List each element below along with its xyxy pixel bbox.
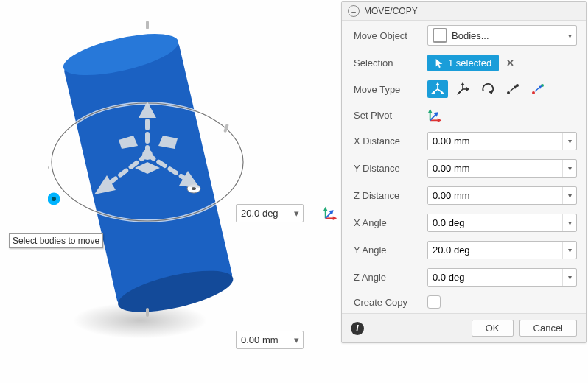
dropdown-caret-icon[interactable]: ▾ [562, 187, 576, 204]
edge-marker [48, 161, 49, 169]
label-move-object: Move Object [354, 30, 421, 41]
floating-distance-input[interactable]: ▾ [236, 331, 304, 349]
viewport-3d[interactable]: Select bodies to move ▾ ▾ [0, 0, 341, 383]
label-selection: Selection [354, 57, 421, 68]
cursor-icon [435, 58, 444, 68]
y-distance-input[interactable]: ▾ [427, 159, 577, 178]
bodies-icon [433, 28, 447, 43]
move-type-translate[interactable] [452, 80, 473, 98]
svg-marker-35 [466, 87, 469, 91]
move-type-point-to-position[interactable] [528, 80, 548, 98]
svg-marker-41 [514, 85, 517, 89]
panel-title: MOVE/COPY [364, 6, 418, 16]
set-pivot-icon[interactable] [323, 205, 339, 221]
z-distance-input[interactable]: ▾ [427, 186, 577, 205]
selection-count: 1 selected [448, 57, 491, 68]
x-angle-input[interactable]: ▾ [427, 214, 577, 232]
svg-point-14 [142, 150, 153, 160]
svg-point-5 [52, 197, 56, 201]
ring-handle-left[interactable] [48, 192, 61, 206]
cylinder-body[interactable] [48, 0, 247, 339]
dropdown-caret-icon[interactable]: ▾ [562, 133, 576, 150]
angle-input[interactable] [237, 205, 290, 222]
z-angle-input[interactable]: ▾ [427, 268, 577, 287]
label-y-distance: Y Distance [354, 163, 421, 174]
label-x-distance: X Distance [354, 136, 421, 147]
move-object-dropdown[interactable]: Bodies... ▾ [427, 25, 577, 46]
floating-angle-input[interactable]: ▾ [236, 204, 304, 222]
svg-point-38 [507, 91, 510, 94]
move-type-free[interactable] [427, 80, 448, 98]
clear-selection-button[interactable]: ✕ [503, 57, 517, 68]
dropdown-caret-icon: ▾ [568, 32, 572, 40]
label-set-pivot: Set Pivot [354, 110, 421, 121]
move-copy-panel: – MOVE/COPY Move Object Bodies... ▾ Sele… [341, 1, 587, 343]
tooltip-select-bodies: Select bodies to move [9, 233, 103, 248]
edge-marker [146, 308, 149, 317]
distance-input[interactable] [237, 331, 290, 348]
svg-marker-34 [461, 82, 465, 85]
dropdown-caret-icon[interactable]: ▾ [290, 208, 303, 219]
dropdown-caret-icon[interactable]: ▾ [562, 242, 576, 259]
dropdown-caret-icon[interactable]: ▾ [562, 214, 576, 231]
collapse-icon[interactable]: – [348, 5, 360, 17]
svg-marker-37 [489, 90, 492, 94]
svg-marker-29 [431, 91, 435, 94]
svg-marker-49 [428, 109, 433, 113]
svg-marker-50 [438, 119, 442, 123]
move-type-point-to-point[interactable] [503, 80, 523, 98]
ok-button[interactable]: OK [472, 320, 514, 337]
panel-header: – MOVE/COPY [342, 2, 586, 21]
y-angle-input[interactable]: ▾ [427, 241, 577, 259]
x-distance-input[interactable]: ▾ [427, 132, 577, 150]
svg-marker-22 [333, 217, 337, 221]
label-z-distance: Z Distance [354, 190, 421, 201]
cancel-button[interactable]: Cancel [519, 320, 577, 337]
dropdown-caret-icon[interactable]: ▾ [562, 269, 576, 286]
selection-badge[interactable]: 1 selected [427, 55, 499, 71]
move-object-value: Bodies... [452, 30, 489, 41]
label-y-angle: Y Angle [354, 245, 421, 256]
create-copy-checkbox[interactable] [427, 295, 441, 309]
set-pivot-button[interactable] [427, 107, 444, 123]
svg-marker-24 [436, 58, 443, 67]
svg-marker-45 [539, 85, 542, 89]
label-z-angle: Z Angle [354, 272, 421, 283]
svg-marker-30 [441, 91, 444, 94]
svg-point-7 [192, 187, 196, 190]
edge-marker [146, 21, 149, 29]
svg-point-42 [532, 91, 535, 94]
label-move-type: Move Type [354, 84, 421, 95]
dropdown-caret-icon[interactable]: ▾ [290, 334, 303, 345]
svg-marker-28 [435, 82, 440, 85]
dropdown-caret-icon[interactable]: ▾ [562, 160, 576, 177]
label-x-angle: X Angle [354, 217, 421, 228]
move-type-rotate[interactable] [477, 80, 498, 98]
svg-marker-21 [323, 207, 328, 211]
label-create-copy: Create Copy [354, 297, 421, 308]
info-icon[interactable]: i [351, 322, 364, 335]
